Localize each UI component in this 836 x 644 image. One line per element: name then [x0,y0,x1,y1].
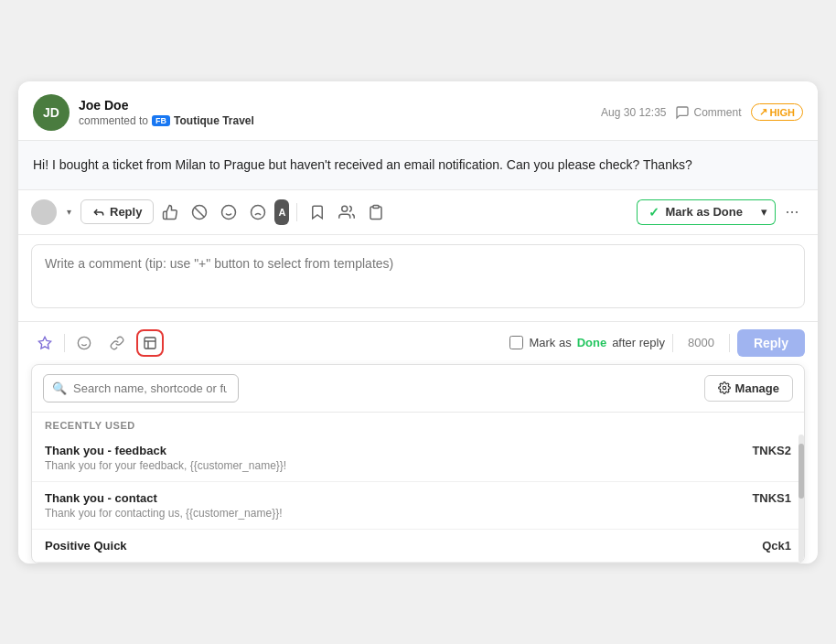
clipboard-svg [368,204,384,220]
bookmark-icon[interactable] [305,199,330,225]
main-card: JD Joe Doe commented to FB Toutique Trav… [18,81,818,564]
svg-point-2 [222,205,236,219]
toolbar-avatar [31,199,57,225]
template-search-input[interactable] [43,374,239,402]
template-code-2: TNKS1 [752,491,791,505]
svg-line-1 [195,207,205,217]
message-text: Hi! I bought a ticket from Milan to Prag… [33,157,692,172]
mark-done-dropdown[interactable]: ▾ [754,199,776,225]
svg-marker-10 [38,337,50,349]
reply-button-label: Reply [110,205,142,219]
tag-icon[interactable] [187,199,212,225]
avatar-dropdown[interactable]: ▾ [60,201,77,223]
template-svg [143,336,157,350]
manage-label: Manage [735,381,779,395]
emoji-sad-svg [250,204,266,220]
channel-name: Toutique Travel [174,114,254,127]
user-sub: commented to FB Toutique Travel [79,114,601,127]
svg-point-5 [252,205,265,219]
comment-type-label: Comment [693,106,741,119]
template-name-2: Thank you - contact [45,491,157,505]
scrollbar-thumb [798,444,804,499]
action-toolbar: ▾ Reply A ✓ [18,189,818,235]
template-dropdown-panel: 🔍 Manage RECENTLY USED Thank you - feedb… [31,364,805,564]
priority-badge: ↗ HIGH [751,103,804,121]
reply-button[interactable]: Reply [80,199,154,224]
template-icon[interactable] [136,329,164,357]
svg-point-8 [342,206,348,211]
sparkle-icon[interactable] [31,329,59,357]
recently-used-label: RECENTLY USED [32,413,804,435]
more-options-button[interactable]: ··· [779,199,805,225]
reply-footer: Mark as Done after reply 8000 Reply [18,322,818,364]
bookmark-svg [309,204,326,220]
template-search-bar: 🔍 Manage [32,365,804,413]
reply-input[interactable] [31,244,805,308]
mark-done-prefix: Mark as [529,336,571,349]
template-desc-1: Thank you for your feedback, {{customer_… [45,459,791,472]
clipboard-icon[interactable] [363,199,389,225]
priority-arrow: ↗ [759,106,767,118]
reply-icon [92,206,105,219]
done-text: Done [577,336,607,349]
search-icon: 🔍 [52,381,67,395]
footer-sep-2 [672,334,673,352]
search-wrap: 🔍 [43,374,697,402]
mark-done-wrap: ✓ Mark as Done ▾ [637,199,776,225]
comment-icon-wrap: Comment [675,105,741,120]
svg-rect-14 [145,338,155,349]
emoji-footer-icon[interactable] [70,329,98,357]
header-meta: Aug 30 12:35 Comment ↗ HIGH [601,103,803,121]
emoji-footer-svg [77,336,91,350]
mark-done-button[interactable]: ✓ Mark as Done [637,199,754,225]
emoji-sad-icon[interactable] [245,199,271,225]
footer-sep-3 [729,334,730,352]
template-row-3: Positive Quick Qck1 [45,539,791,553]
mark-done-checkbox[interactable] [509,336,523,349]
list-item[interactable]: Thank you - contact TNKS1 Thank you for … [32,482,804,530]
conversation-header: JD Joe Doe commented to FB Toutique Trav… [18,81,818,141]
commented-to-text: commented to [79,114,148,127]
template-row-2: Thank you - contact TNKS1 [45,491,791,505]
tag-svg [191,204,208,220]
ai-icon[interactable]: A [274,199,289,225]
toolbar-separator-1 [296,203,297,221]
list-item[interactable]: Positive Quick Qck1 [32,530,804,563]
link-svg [110,336,124,350]
message-area: Hi! I bought a ticket from Milan to Prag… [18,141,818,189]
thumbs-up-icon[interactable] [157,199,183,225]
after-reply-text: after reply [612,336,665,349]
assign-icon[interactable] [334,199,359,225]
reply-footer-icons [31,329,164,357]
scrollbar-track[interactable] [798,435,804,563]
template-row-1: Thank you - feedback TNKS2 [45,444,791,457]
mark-done-label: Mark as Done [665,205,743,219]
assign-svg [338,204,355,220]
reply-area [18,235,818,322]
template-desc-2: Thank you for contacting us, {{customer_… [45,507,791,520]
avatar: JD [33,94,70,131]
send-reply-button[interactable]: Reply [737,329,805,357]
priority-label: HIGH [770,107,796,118]
svg-point-11 [78,337,90,349]
template-code-1: TNKS2 [752,444,791,457]
template-name-1: Thank you - feedback [45,444,166,457]
gear-icon [718,381,731,394]
sparkle-svg [38,336,52,350]
manage-button[interactable]: Manage [704,375,793,402]
send-reply-label: Reply [754,336,788,350]
user-info: Joe Doe commented to FB Toutique Travel [79,98,601,127]
timestamp: Aug 30 12:35 [601,106,666,119]
message-icon [675,105,690,120]
template-name-3: Positive Quick [45,539,127,553]
link-icon[interactable] [103,329,131,357]
template-code-3: Qck1 [762,539,791,553]
emoji-happy-icon[interactable] [216,199,241,225]
emoji-happy-svg [220,204,237,220]
fb-badge: FB [152,115,170,126]
svg-rect-9 [373,205,379,208]
footer-sep-1 [64,334,65,352]
like-svg [162,204,178,220]
template-list: Thank you - feedback TNKS2 Thank you for… [32,435,804,563]
list-item[interactable]: Thank you - feedback TNKS2 Thank you for… [32,435,804,482]
